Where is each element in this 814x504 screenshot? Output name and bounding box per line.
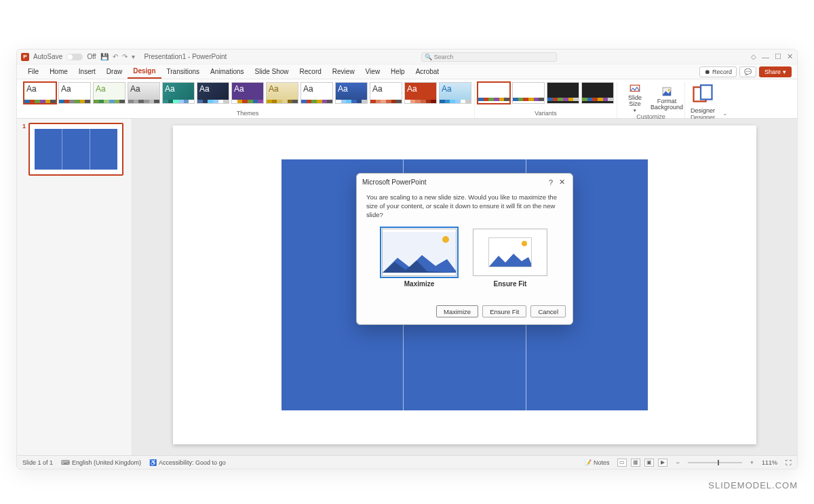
record-label: Record: [712, 69, 732, 75]
themes-group-label: Themes: [237, 110, 259, 118]
diamond-icon[interactable]: ◇: [751, 53, 756, 60]
status-bar: Slide 1 of 1 ⌨English (United Kingdom) ♿…: [17, 455, 797, 469]
dialog-ensure-fit-button[interactable]: Ensure Fit: [482, 305, 526, 317]
dialog-close-icon[interactable]: ✕: [556, 178, 567, 187]
theme-tile-3[interactable]: Aa: [128, 82, 160, 104]
fit-to-window-icon[interactable]: ⛶: [786, 459, 792, 466]
option-maximize[interactable]: Maximize: [382, 229, 457, 288]
slide-thumbnail[interactable]: [28, 123, 123, 176]
ribbon-tab-home[interactable]: Home: [44, 64, 73, 79]
designer-button[interactable]: Designer: [688, 82, 718, 114]
ribbon-tab-insert[interactable]: Insert: [73, 64, 101, 79]
slideshow-view-icon[interactable]: ▶: [658, 459, 667, 467]
theme-tile-8[interactable]: Aa: [301, 82, 333, 104]
ribbon-content: AaAaAaAaAaAaAaAaAaAaAaAaAa Themes Varian…: [17, 79, 797, 119]
chevron-down-icon: ▾: [634, 108, 636, 113]
share-label: Share: [764, 69, 781, 75]
ribbon-tab-help[interactable]: Help: [385, 64, 410, 79]
ribbon-tab-draw[interactable]: Draw: [101, 64, 128, 79]
reading-view-icon[interactable]: ▣: [644, 459, 654, 467]
theme-tile-12[interactable]: Aa: [439, 82, 471, 104]
ribbon-tab-review[interactable]: Review: [327, 64, 360, 79]
designer-group: Designer Designer: [685, 82, 720, 118]
slide-canvas-area: Microsoft PowerPoint ? ✕ You are scaling…: [132, 119, 797, 455]
slide-thumbnail-content: [35, 129, 117, 170]
theme-tile-6[interactable]: Aa: [231, 82, 264, 104]
ribbon-tab-slide-show[interactable]: Slide Show: [250, 64, 294, 79]
autosave-toggle[interactable]: [66, 54, 83, 60]
share-button[interactable]: Share▾: [759, 66, 792, 77]
svg-point-2: [668, 89, 670, 91]
theme-tile-7[interactable]: Aa: [266, 82, 298, 104]
theme-tile-0[interactable]: Aa: [24, 82, 56, 104]
option-ensure-fit-thumb: [473, 229, 547, 276]
comments-button[interactable]: 💬: [739, 66, 756, 77]
theme-tile-11[interactable]: Aa: [404, 82, 437, 104]
search-icon: 🔍: [425, 54, 432, 60]
variant-tile-1[interactable]: [512, 82, 545, 104]
close-window-icon[interactable]: ✕: [787, 52, 793, 61]
slide-size-button[interactable]: Slide Size ▾: [620, 82, 650, 113]
dialog-help-icon[interactable]: ?: [545, 178, 556, 187]
theme-tile-2[interactable]: Aa: [93, 82, 125, 104]
dialog-maximize-button[interactable]: Maximize: [436, 305, 478, 317]
designer-label: Designer: [691, 107, 715, 114]
variant-tile-2[interactable]: [547, 82, 579, 104]
ribbon-tab-view[interactable]: View: [360, 64, 386, 79]
designer-icon: [691, 82, 715, 106]
theme-tile-4[interactable]: Aa: [162, 82, 195, 104]
notes-button[interactable]: 📝Notes: [584, 459, 610, 466]
ribbon-tab-design[interactable]: Design: [128, 64, 161, 79]
maximize-window-icon[interactable]: ☐: [775, 52, 781, 61]
ribbon-tab-acrobat[interactable]: Acrobat: [410, 64, 444, 79]
theme-tile-10[interactable]: Aa: [370, 82, 402, 104]
slide-size-label: Slide Size: [628, 95, 642, 107]
variant-tile-3[interactable]: [581, 82, 614, 104]
theme-tile-9[interactable]: Aa: [335, 82, 368, 104]
ribbon-tabs: FileHomeInsertDrawDesignTransitionsAnima…: [17, 64, 797, 79]
comment-icon: 💬: [744, 69, 752, 75]
app-body: 1 Microsoft PowerPoint ? ✕: [17, 119, 797, 455]
ribbon-tab-transitions[interactable]: Transitions: [161, 64, 206, 79]
minimize-icon[interactable]: —: [762, 53, 769, 61]
theme-tile-1[interactable]: Aa: [58, 82, 91, 104]
status-slide-info: Slide 1 of 1: [22, 459, 53, 466]
ribbon-tab-record[interactable]: Record: [294, 64, 327, 79]
format-background-label: Format Background: [651, 98, 683, 111]
slide-number: 1: [22, 123, 26, 176]
search-input[interactable]: 🔍 Search: [421, 52, 557, 62]
dialog-cancel-button-label: Cancel: [538, 308, 558, 315]
zoom-out-icon[interactable]: −: [676, 459, 679, 466]
save-icon[interactable]: 💾: [100, 53, 109, 60]
undo-icon[interactable]: ↶: [113, 53, 118, 60]
zoom-level[interactable]: 111%: [762, 459, 777, 466]
record-button[interactable]: ⏺Record: [699, 66, 737, 77]
search-placeholder: Search: [434, 54, 454, 60]
collapse-ribbon-icon[interactable]: ⌄: [720, 82, 730, 118]
option-maximize-label: Maximize: [404, 280, 434, 288]
format-background-icon: [661, 85, 673, 98]
autosave-label: AutoSave: [33, 53, 62, 60]
format-background-button[interactable]: Format Background: [652, 85, 682, 111]
zoom-in-icon[interactable]: +: [750, 459, 754, 466]
ribbon-tab-file[interactable]: File: [22, 64, 44, 79]
status-accessibility[interactable]: ♿Accessibility: Good to go: [149, 459, 226, 466]
customize-group: Slide Size ▾ Format Background Customize: [617, 82, 685, 118]
dialog-message: You are scaling to a new slide size. Wou…: [366, 193, 563, 219]
record-icon: ⏺: [704, 69, 710, 75]
redo-icon[interactable]: ↷: [122, 53, 128, 60]
ribbon-tab-animations[interactable]: Animations: [205, 64, 249, 79]
qat-dropdown-icon[interactable]: ▾: [132, 53, 135, 60]
option-ensure-fit[interactable]: Ensure Fit: [473, 229, 547, 288]
status-language[interactable]: ⌨English (United Kingdom): [61, 459, 141, 466]
variant-tile-0[interactable]: [478, 82, 510, 104]
sorter-view-icon[interactable]: ▦: [631, 459, 640, 467]
variants-group-label: Variants: [535, 110, 556, 118]
slide-size-icon: [629, 82, 641, 94]
zoom-slider[interactable]: [688, 462, 742, 463]
theme-tile-5[interactable]: Aa: [197, 82, 229, 104]
normal-view-icon[interactable]: ▭: [617, 459, 627, 467]
watermark: SLIDEMODEL.COM: [708, 480, 798, 490]
dialog-cancel-button[interactable]: Cancel: [530, 305, 566, 317]
svg-rect-4: [701, 85, 712, 100]
